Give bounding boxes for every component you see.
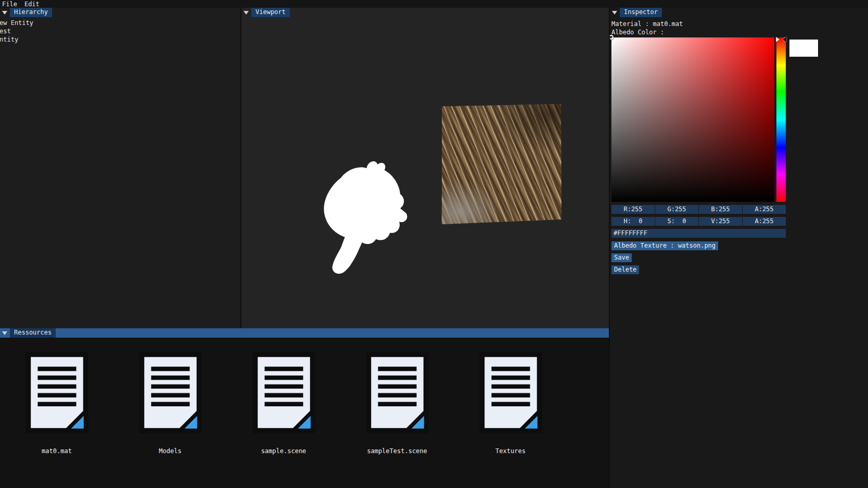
- saturation-drag-field[interactable]: S: 0: [655, 217, 698, 226]
- delete-button[interactable]: Delete: [611, 265, 639, 274]
- menu-item-file[interactable]: File: [0, 1, 22, 8]
- green-drag-field[interactable]: G:255: [655, 205, 698, 214]
- alpha-drag-field[interactable]: A:255: [743, 205, 786, 214]
- resource-label[interactable]: mat0.mat: [42, 447, 72, 455]
- alpha2-drag-field[interactable]: A:255: [743, 217, 786, 226]
- document-icon: [251, 351, 317, 434]
- resource-item-models[interactable]: Models: [113, 351, 227, 455]
- hierarchy-item[interactable]: ew Entity: [0, 19, 240, 27]
- collapse-arrow-icon[interactable]: [244, 11, 249, 15]
- hue-marker-icon: [783, 37, 786, 42]
- collapse-arrow-icon[interactable]: [2, 331, 7, 335]
- resource-item-mat0[interactable]: mat0.mat: [0, 351, 113, 455]
- red-drag-field[interactable]: R:255: [611, 205, 655, 214]
- hierarchy-tree: ew Entity est ntity: [0, 17, 240, 44]
- viewport-canvas[interactable]: [241, 17, 609, 328]
- resource-item-sample-scene[interactable]: sample.scene: [227, 351, 340, 455]
- tab-viewport[interactable]: Viewport: [251, 8, 290, 17]
- albedo-texture-button[interactable]: Albedo Texture : watson.png: [611, 241, 718, 250]
- document-icon: [137, 351, 203, 434]
- tab-hierarchy[interactable]: Hierarchy: [10, 8, 52, 17]
- collapse-arrow-icon[interactable]: [2, 11, 7, 15]
- color-picker: [611, 37, 851, 202]
- material-name-label: Material : mat0.mat: [611, 20, 868, 28]
- sv-picker-indicator: [610, 35, 614, 40]
- inspector-header: Inspector: [610, 8, 868, 17]
- hierarchy-item[interactable]: ntity: [0, 35, 240, 44]
- white-mesh-object[interactable]: [312, 158, 411, 277]
- hue-marker-icon: [776, 37, 780, 42]
- albedo-color-label: Albedo Color :: [611, 28, 868, 36]
- resources-grid: mat0.mat Models: [0, 338, 609, 455]
- menu-item-edit[interactable]: Edit: [22, 1, 45, 8]
- hierarchy-header: Hierarchy: [0, 8, 240, 17]
- rgba-row: R:255 G:255 B:255 A:255: [611, 205, 868, 214]
- resources-panel: Ressources mat0.mat: [0, 328, 609, 488]
- hierarchy-panel: Hierarchy ew Entity est ntity: [0, 8, 240, 328]
- tab-inspector[interactable]: Inspector: [620, 8, 662, 17]
- hsva-row: H: 0 S: 0 V:255 A:255: [611, 217, 868, 226]
- textured-quad-object[interactable]: [441, 104, 561, 224]
- viewport-header: Viewport: [241, 8, 609, 17]
- document-icon: [364, 351, 430, 434]
- hue-slider[interactable]: [776, 37, 786, 202]
- document-icon: [24, 351, 90, 434]
- menu-bar: File Edit: [0, 0, 868, 8]
- document-icon: [478, 351, 544, 434]
- save-button[interactable]: Save: [611, 253, 632, 262]
- resource-label[interactable]: sampleTest.scene: [367, 447, 427, 455]
- color-preview-swatch: [789, 40, 818, 57]
- hue-drag-field[interactable]: H: 0: [611, 217, 655, 226]
- blue-drag-field[interactable]: B:255: [699, 205, 742, 214]
- collapse-arrow-icon[interactable]: [612, 11, 617, 15]
- value-drag-field[interactable]: V:255: [699, 217, 742, 226]
- resource-label[interactable]: Models: [159, 447, 181, 455]
- resource-item-textures[interactable]: Textures: [454, 351, 567, 455]
- hex-color-input[interactable]: #FFFFFFFF: [611, 229, 786, 238]
- viewport-panel: Viewport: [241, 8, 609, 328]
- hierarchy-item[interactable]: est: [0, 27, 240, 35]
- resources-header: Ressources: [0, 328, 609, 338]
- resource-label[interactable]: sample.scene: [261, 447, 307, 455]
- resource-label[interactable]: Textures: [495, 447, 526, 455]
- tab-resources[interactable]: Ressources: [10, 328, 56, 338]
- saturation-value-picker[interactable]: [611, 37, 774, 202]
- inspector-panel: Inspector Material : mat0.mat Albedo Col…: [610, 8, 868, 488]
- resource-item-sampletest-scene[interactable]: sampleTest.scene: [340, 351, 454, 455]
